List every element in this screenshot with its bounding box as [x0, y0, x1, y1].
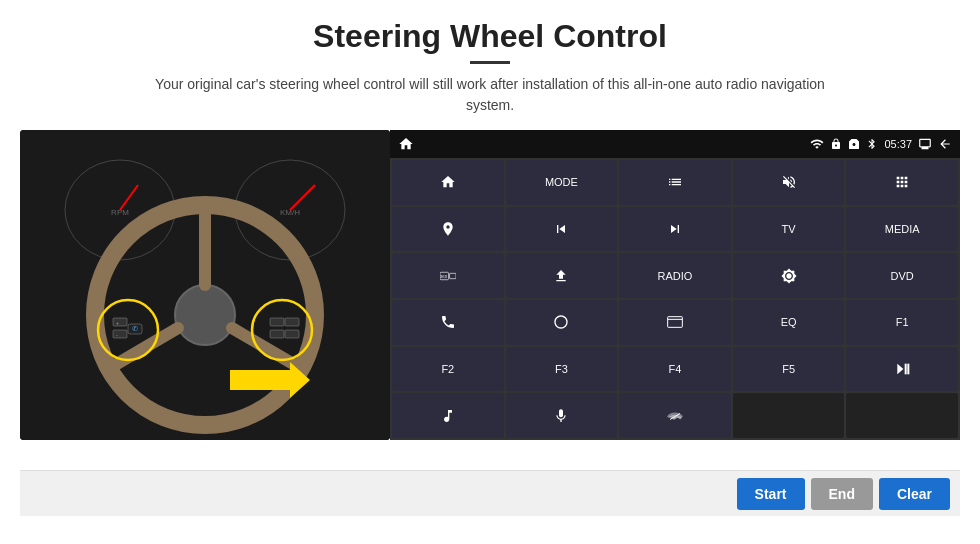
btn-media[interactable]: MEDIA	[846, 207, 958, 252]
button-grid: MODE TV	[390, 158, 960, 440]
lock-status-icon	[830, 138, 842, 150]
head-unit-panel: 05:37 MODE	[390, 130, 960, 440]
screen-status-icon	[918, 137, 932, 151]
sim-status-icon	[848, 138, 860, 150]
btn-dvd[interactable]: DVD	[846, 253, 958, 298]
btn-f5[interactable]: F5	[733, 347, 845, 392]
btn-empty1	[733, 393, 845, 438]
svg-marker-29	[898, 364, 904, 375]
btn-apps[interactable]	[846, 160, 958, 205]
btn-radio[interactable]: RADIO	[619, 253, 731, 298]
btn-mode[interactable]: MODE	[506, 160, 618, 205]
content-row: RPM KM/H	[20, 130, 960, 470]
btn-next[interactable]	[619, 207, 731, 252]
svg-rect-25	[449, 273, 455, 278]
title-divider	[470, 61, 510, 64]
svg-rect-23	[285, 330, 299, 338]
btn-home[interactable]	[392, 160, 504, 205]
btn-list[interactable]	[619, 160, 731, 205]
btn-mic[interactable]	[506, 393, 618, 438]
bottom-bar-wrapper: Start End Clear	[20, 470, 960, 516]
svg-text:+: +	[116, 320, 119, 326]
btn-empty2	[846, 393, 958, 438]
btn-window[interactable]	[619, 300, 731, 345]
btn-prev[interactable]	[506, 207, 618, 252]
bottom-bar: Start End Clear	[20, 470, 960, 516]
btn-hangup[interactable]	[619, 393, 731, 438]
btn-mute[interactable]	[733, 160, 845, 205]
btn-playpause[interactable]	[846, 347, 958, 392]
btn-eq[interactable]: EQ	[733, 300, 845, 345]
steering-wheel-image: RPM KM/H	[20, 130, 390, 440]
btn-360cam[interactable]: 360	[392, 253, 504, 298]
wifi-status-icon	[810, 137, 824, 151]
svg-text:✆: ✆	[132, 325, 138, 332]
home-icon	[398, 136, 414, 152]
page-subtitle: Your original car's steering wheel contr…	[150, 74, 830, 116]
svg-point-8	[175, 285, 235, 345]
btn-brightness[interactable]	[733, 253, 845, 298]
clear-button[interactable]: Clear	[879, 478, 950, 510]
btn-nav[interactable]	[392, 207, 504, 252]
btn-music[interactable]	[392, 393, 504, 438]
status-bar-right: 05:37	[810, 137, 952, 151]
start-button[interactable]: Start	[737, 478, 805, 510]
svg-rect-31	[908, 364, 910, 375]
svg-text:360: 360	[440, 273, 448, 278]
bluetooth-status-icon	[866, 137, 878, 151]
svg-rect-27	[668, 317, 683, 328]
svg-rect-30	[905, 364, 907, 375]
btn-tv[interactable]: TV	[733, 207, 845, 252]
page-container: Steering Wheel Control Your original car…	[0, 0, 980, 544]
btn-f2[interactable]: F2	[392, 347, 504, 392]
svg-rect-22	[285, 318, 299, 326]
btn-f4[interactable]: F4	[619, 347, 731, 392]
status-bar: 05:37	[390, 130, 960, 158]
btn-swipe[interactable]	[506, 300, 618, 345]
btn-f1[interactable]: F1	[846, 300, 958, 345]
status-time: 05:37	[884, 138, 912, 150]
btn-f3[interactable]: F3	[506, 347, 618, 392]
svg-rect-21	[270, 330, 284, 338]
back-status-icon	[938, 137, 952, 151]
svg-rect-20	[270, 318, 284, 326]
btn-phone[interactable]	[392, 300, 504, 345]
status-bar-left	[398, 136, 414, 152]
end-button[interactable]: End	[811, 478, 873, 510]
btn-eject[interactable]	[506, 253, 618, 298]
page-title: Steering Wheel Control	[313, 18, 667, 55]
